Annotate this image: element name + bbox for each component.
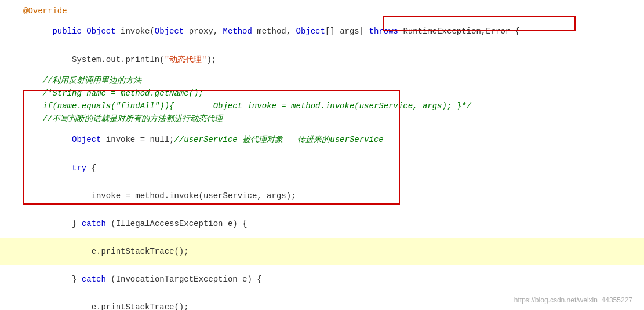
- comment-string-name: /*String name = method.getName();: [23, 89, 203, 98]
- code-line-12: e.printStackTrace();: [0, 238, 644, 265]
- code-line-9: try {: [0, 154, 644, 182]
- line-content-11: } catch (IllegalAccessException e) {: [19, 210, 644, 238]
- e-printstacktrace1: e.printStackTrace();: [92, 247, 189, 256]
- sys-out: System.out.println(: [52, 55, 164, 64]
- e-printstacktrace2: e.printStackTrace();: [52, 302, 188, 310]
- line-content-9: try {: [19, 154, 644, 182]
- indent-try: [52, 163, 72, 173]
- code-line-8: Object invoke = null;//userService 被代理对象…: [0, 125, 644, 154]
- code-line-10: invoke = method.invoke(userService, args…: [0, 182, 644, 210]
- paren-close: );: [206, 55, 216, 64]
- kw-catch1: catch: [82, 219, 111, 228]
- kw-catch2: catch: [82, 275, 111, 284]
- code-line-11: } catch (IllegalAccessException e) {: [0, 210, 644, 238]
- code-line-1: @Override: [0, 5, 644, 17]
- line-content-3: System.out.println("动态代理");: [19, 45, 644, 74]
- catch2-brace-close: }: [52, 275, 81, 284]
- indent-catch1-body: [52, 247, 91, 256]
- assign-method: = method.invoke(userService, args);: [121, 191, 296, 200]
- kw-public: public: [52, 27, 86, 36]
- str-proxy: "动态代理": [165, 55, 207, 64]
- type-object2: Object: [155, 27, 189, 36]
- comment-userservice: //userService 被代理对象 传进来的userService: [174, 135, 383, 144]
- comment-if-name: if(name.equals("findAll")){ Object invok…: [23, 101, 471, 111]
- obj-invoke-decl: [52, 135, 72, 144]
- type-object3: Object: [296, 27, 325, 36]
- method-invoke: invoke(: [121, 27, 155, 36]
- kw-throws: throws: [369, 27, 403, 36]
- kw-try: try: [72, 163, 92, 173]
- line-content-4: //利用反射调用里边的方法: [19, 75, 644, 86]
- type-method: Method: [223, 27, 257, 36]
- comment-all-methods: //不写判断的话就是对所有的方法都进行动态代理: [23, 114, 223, 123]
- assign-null: = null;: [135, 135, 174, 144]
- line-content-1: @Override: [19, 6, 644, 16]
- catch2-exception: (InvocationTargetException e) {: [111, 275, 261, 284]
- line-content-13: } catch (InvocationTargetException e) {: [19, 265, 644, 293]
- var-invoke2: invoke: [92, 191, 121, 200]
- pipe-sep: |: [359, 27, 369, 36]
- code-line-7: //不写判断的话就是对所有的方法都进行动态代理: [0, 112, 644, 125]
- catch1-exception: (IllegalAccessException e) {: [111, 219, 247, 228]
- param-proxy: proxy,: [189, 27, 223, 36]
- type-object: Object: [86, 27, 121, 36]
- code-line-2: public Object invoke(Object proxy, Metho…: [0, 17, 644, 45]
- bracket-arr: [] args: [325, 27, 359, 36]
- line-content-8: Object invoke = null;//userService 被代理对象…: [19, 125, 644, 154]
- code-line-13: } catch (InvocationTargetException e) {: [0, 265, 644, 293]
- code-line-3: System.out.println("动态代理");: [0, 45, 644, 74]
- watermark: https://blog.csdn.net/weixin_44355227: [514, 296, 632, 304]
- throws-exceptions: RuntimeException,Error: [403, 27, 510, 36]
- line-content-12: e.printStackTrace();: [19, 238, 644, 265]
- code-line-5: /*String name = method.getName();: [0, 87, 644, 100]
- code-line-6: if(name.equals("findAll")){ Object invok…: [0, 100, 644, 112]
- code-line-4: //利用反射调用里边的方法: [0, 74, 644, 87]
- catch1-brace-close: }: [52, 219, 81, 228]
- invoke-assign: [52, 191, 91, 200]
- type-object4: Object: [72, 135, 106, 144]
- brace-open: {: [510, 27, 520, 36]
- param-method: method,: [257, 27, 296, 36]
- code-container: @Override public Object invoke(Object pr…: [0, 0, 644, 310]
- comment-reflect: //利用反射调用里边的方法: [23, 76, 141, 85]
- line-content-6: if(name.equals("findAll")){ Object invok…: [19, 101, 644, 111]
- line-content-5: /*String name = method.getName();: [19, 89, 644, 98]
- try-brace: {: [92, 163, 96, 173]
- line-content-2: public Object invoke(Object proxy, Metho…: [19, 17, 644, 45]
- line-content-7: //不写判断的话就是对所有的方法都进行动态代理: [19, 114, 644, 124]
- var-invoke: invoke: [106, 135, 135, 144]
- annotation-override: @Override: [23, 6, 67, 16]
- line-content-10: invoke = method.invoke(userService, args…: [19, 182, 644, 210]
